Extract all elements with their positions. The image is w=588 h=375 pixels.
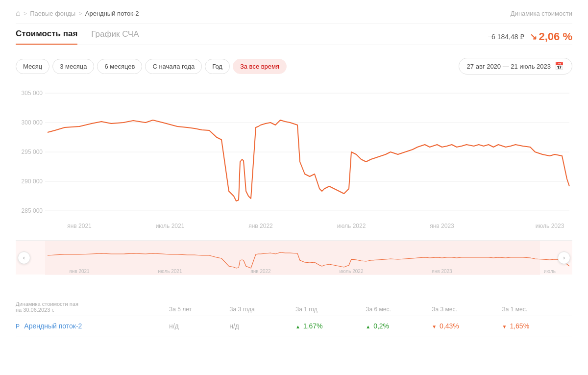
header-price-info: −6 184,48 ₽ ↘ 2,06 % bbox=[488, 30, 572, 43]
table-header-y3: За 3 года bbox=[229, 298, 295, 316]
table-header-m3: За 3 мес. bbox=[432, 298, 502, 316]
header-line2: на 30.06.2023 г. bbox=[16, 307, 54, 313]
breadcrumb-sep: > bbox=[24, 10, 27, 17]
svg-text:янв 2023: янв 2023 bbox=[432, 269, 452, 274]
breadcrumb-sep2: > bbox=[78, 10, 82, 17]
header-line1: Динамика стоимости пая bbox=[16, 301, 78, 307]
svg-text:янв 2021: янв 2021 bbox=[69, 269, 90, 274]
m6-value: 0,2% bbox=[373, 322, 389, 330]
svg-text:июль 2021: июль 2021 bbox=[158, 269, 182, 274]
main-chart-line bbox=[48, 120, 569, 201]
tab-nav-chart[interactable]: График СЧА bbox=[91, 29, 139, 44]
mini-chart-svg: янв 2021 июль 2021 янв 2022 июль 2022 ян… bbox=[16, 241, 572, 275]
page-container: ⌂ > Паевые фонды > Арендный поток-2 Дина… bbox=[0, 0, 588, 375]
table-header-fund: Динамика стоимости пая на 30.06.2023 г. bbox=[16, 298, 169, 316]
section-header: Стоимость пая График СЧА −6 184,48 ₽ ↘ 2… bbox=[16, 24, 572, 45]
svg-text:янв 2022: янв 2022 bbox=[250, 269, 271, 274]
breadcrumb-link-funds[interactable]: Паевые фонды bbox=[30, 10, 75, 17]
breadcrumb-current: Арендный поток-2 bbox=[85, 10, 139, 17]
period-btn-month[interactable]: Месяц bbox=[16, 59, 49, 74]
pct-change-value: 2,06 % bbox=[539, 30, 573, 43]
svg-text:июль 2023: июль 2023 bbox=[536, 223, 564, 229]
period-btn-6m[interactable]: 6 месяцев bbox=[97, 59, 142, 74]
period-btn-3m[interactable]: 3 месяца bbox=[52, 59, 94, 74]
mini-chart-nav-left[interactable]: ‹ bbox=[18, 251, 30, 264]
tab-share-price[interactable]: Стоимость пая bbox=[16, 29, 77, 45]
price-change-value: −6 184,48 ₽ bbox=[488, 33, 525, 41]
table-row: Р Арендный поток-2 н/д н/д ▲ 1,67% ▲ 0,2… bbox=[16, 316, 572, 336]
table-header-y5: За 5 лет bbox=[169, 298, 229, 316]
svg-text:июль 2022: июль 2022 bbox=[337, 223, 366, 229]
svg-rect-16 bbox=[45, 241, 540, 275]
y5-cell: н/д bbox=[169, 316, 229, 336]
fund-name-cell: Р Арендный поток-2 bbox=[16, 316, 169, 336]
m1-cell: ▼ 1,65% bbox=[502, 316, 572, 336]
trend-down-icon: ↘ bbox=[530, 31, 537, 42]
table-header-y1: За 1 год bbox=[295, 298, 366, 316]
svg-text:290 000: 290 000 bbox=[22, 178, 43, 185]
svg-text:июль 2021: июль 2021 bbox=[156, 223, 185, 229]
period-btn-year[interactable]: Год bbox=[205, 59, 230, 74]
period-btn-ytd[interactable]: С начала года bbox=[145, 59, 202, 74]
svg-text:305 000: 305 000 bbox=[22, 90, 43, 97]
y1-cell: ▲ 1,67% bbox=[295, 316, 366, 336]
svg-text:295 000: 295 000 bbox=[22, 149, 43, 155]
m6-cell: ▲ 0,2% bbox=[366, 316, 432, 336]
svg-text:285 000: 285 000 bbox=[22, 207, 43, 214]
fund-name[interactable]: Арендный поток-2 bbox=[24, 322, 82, 330]
y1-value: 1,67% bbox=[303, 322, 323, 330]
date-range-label: 27 авг 2020 — 21 июль 2023 bbox=[467, 63, 551, 70]
breadcrumb: ⌂ > Паевые фонды > Арендный поток-2 Дина… bbox=[16, 0, 572, 24]
tri-down-icon-m3: ▼ bbox=[432, 324, 437, 329]
performance-table-section: Динамика стоимости пая на 30.06.2023 г. … bbox=[16, 286, 572, 348]
calendar-icon: 📅 bbox=[555, 62, 564, 71]
m1-value: 1,65% bbox=[510, 322, 529, 330]
svg-text:янв 2021: янв 2021 bbox=[67, 223, 92, 229]
svg-text:300 000: 300 000 bbox=[22, 119, 43, 126]
fund-marker: Р bbox=[16, 323, 20, 330]
y3-cell: н/д bbox=[229, 316, 295, 336]
tri-down-icon-m1: ▼ bbox=[502, 324, 507, 329]
performance-table: Динамика стоимости пая на 30.06.2023 г. … bbox=[16, 298, 572, 336]
tri-up-icon-y1: ▲ bbox=[295, 324, 300, 329]
main-chart-svg: 305 000 300 000 295 000 290 000 285 000 … bbox=[16, 83, 572, 240]
tri-up-icon-m6: ▲ bbox=[366, 324, 370, 329]
date-range-selector[interactable]: 27 авг 2020 — 21 июль 2023 📅 bbox=[459, 58, 572, 75]
svg-text:июль 2022: июль 2022 bbox=[340, 269, 364, 274]
m3-value: 0,43% bbox=[440, 322, 459, 330]
period-btn-all[interactable]: За все время bbox=[233, 59, 287, 74]
home-icon[interactable]: ⌂ bbox=[16, 9, 21, 18]
svg-text:июль: июль bbox=[544, 269, 556, 274]
svg-text:янв 2023: янв 2023 bbox=[430, 223, 454, 229]
table-header-m6: За 6 мес. bbox=[366, 298, 432, 316]
main-chart: 305 000 300 000 295 000 290 000 285 000 … bbox=[16, 83, 572, 240]
mini-chart-nav-right[interactable]: › bbox=[558, 251, 570, 264]
m3-cell: ▼ 0,43% bbox=[432, 316, 502, 336]
pct-change-badge: ↘ 2,06 % bbox=[530, 30, 573, 43]
mini-chart-container: ‹ янв 2021 июль 2021 янв 2022 июль 2022 … bbox=[16, 240, 572, 275]
period-bar: Месяц 3 месяца 6 месяцев С начала года Г… bbox=[16, 53, 572, 83]
breadcrumb-right[interactable]: Динамика стоимости bbox=[511, 10, 572, 17]
svg-text:янв 2022: янв 2022 bbox=[248, 223, 273, 229]
table-header-m1: За 1 мес. bbox=[502, 298, 572, 316]
